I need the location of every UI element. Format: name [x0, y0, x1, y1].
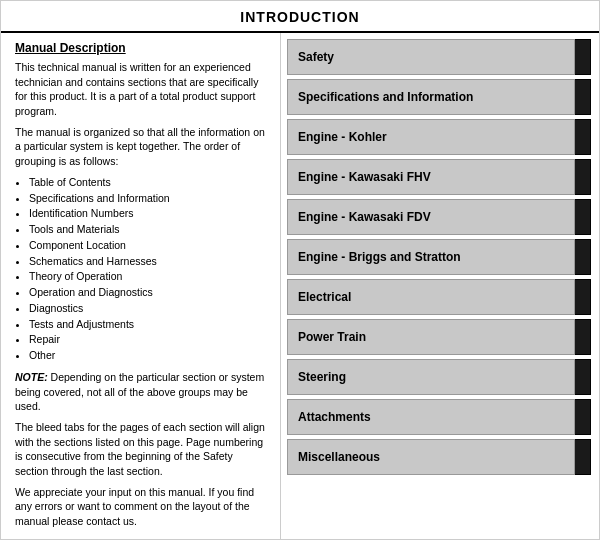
bullet-item: Repair: [29, 332, 268, 348]
nav-item[interactable]: Engine - Kawasaki FDV: [287, 199, 591, 235]
nav-item-tab: [575, 239, 591, 275]
bleed-para: The bleed tabs for the pages of each sec…: [15, 420, 268, 479]
bullet-item: Operation and Diagnostics: [29, 285, 268, 301]
nav-item-tab: [575, 439, 591, 475]
nav-item-tab: [575, 79, 591, 115]
bullet-item: Specifications and Information: [29, 191, 268, 207]
nav-item[interactable]: Electrical: [287, 279, 591, 315]
nav-item[interactable]: Attachments: [287, 399, 591, 435]
nav-item[interactable]: Steering: [287, 359, 591, 395]
nav-item-label: Specifications and Information: [287, 79, 575, 115]
nav-item-tab: [575, 159, 591, 195]
nav-item-label: Miscellaneous: [287, 439, 575, 475]
intro-para-1: This technical manual is written for an …: [15, 60, 268, 119]
bullet-item: Table of Contents: [29, 175, 268, 191]
nav-item-label: Engine - Kohler: [287, 119, 575, 155]
nav-item[interactable]: Engine - Kawasaki FHV: [287, 159, 591, 195]
nav-item[interactable]: Engine - Kohler: [287, 119, 591, 155]
nav-item-label: Attachments: [287, 399, 575, 435]
bullet-item: Diagnostics: [29, 301, 268, 317]
nav-item-label: Engine - Briggs and Stratton: [287, 239, 575, 275]
content-area: Manual Description This technical manual…: [1, 33, 599, 539]
nav-item-tab: [575, 199, 591, 235]
bullet-item: Other: [29, 348, 268, 364]
nav-item-label: Safety: [287, 39, 575, 75]
nav-item-tab: [575, 359, 591, 395]
nav-item-tab: [575, 319, 591, 355]
page-title: INTRODUCTION: [1, 1, 599, 33]
page-container: INTRODUCTION Manual Description This tec…: [0, 0, 600, 540]
nav-item-tab: [575, 279, 591, 315]
nav-item-label: Steering: [287, 359, 575, 395]
nav-item[interactable]: Specifications and Information: [287, 79, 591, 115]
bullet-item: Tests and Adjustments: [29, 317, 268, 333]
section-title: Manual Description: [15, 41, 268, 55]
note-label: NOTE:: [15, 371, 48, 383]
bullet-item: Theory of Operation: [29, 269, 268, 285]
right-panel: SafetySpecifications and InformationEngi…: [281, 33, 599, 539]
bullet-item: Schematics and Harnesses: [29, 254, 268, 270]
nav-item[interactable]: Miscellaneous: [287, 439, 591, 475]
nav-item-tab: [575, 119, 591, 155]
bullet-item: Component Location: [29, 238, 268, 254]
intro-para-2: The manual is organized so that all the …: [15, 125, 268, 169]
bullet-item: Identification Numbers: [29, 206, 268, 222]
nav-item[interactable]: Safety: [287, 39, 591, 75]
nav-item[interactable]: Engine - Briggs and Stratton: [287, 239, 591, 275]
nav-item-label: Power Train: [287, 319, 575, 355]
nav-item-tab: [575, 399, 591, 435]
note-text: NOTE: Depending on the particular sectio…: [15, 370, 268, 414]
nav-item-label: Engine - Kawasaki FDV: [287, 199, 575, 235]
bullet-list: Table of ContentsSpecifications and Info…: [29, 175, 268, 364]
note-body: Depending on the particular section or s…: [15, 371, 264, 412]
nav-item[interactable]: Power Train: [287, 319, 591, 355]
nav-item-label: Engine - Kawasaki FHV: [287, 159, 575, 195]
nav-item-label: Electrical: [287, 279, 575, 315]
left-panel: Manual Description This technical manual…: [1, 33, 281, 539]
contact-para: We appreciate your input on this manual.…: [15, 485, 268, 529]
nav-item-tab: [575, 39, 591, 75]
bullet-item: Tools and Materials: [29, 222, 268, 238]
